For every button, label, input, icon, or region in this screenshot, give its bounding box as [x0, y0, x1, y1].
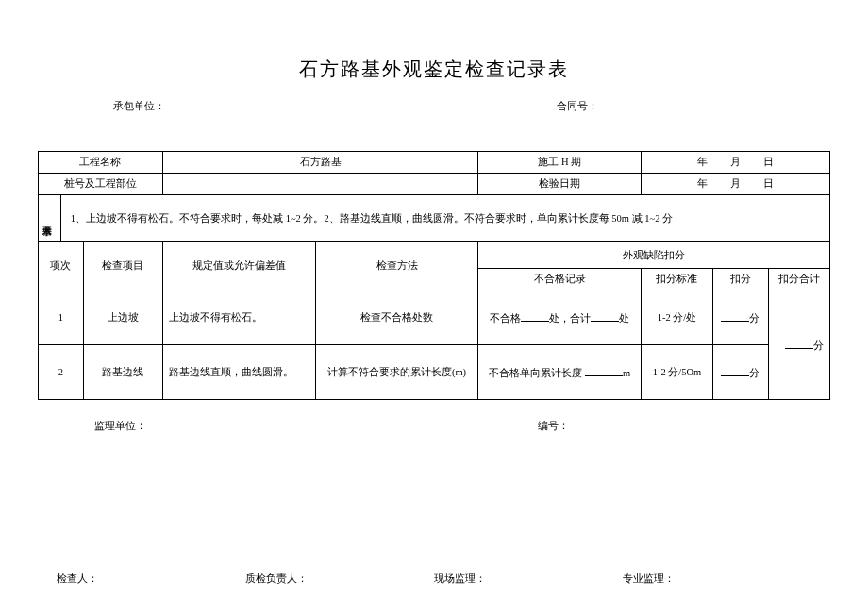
- cell-record: 不合格处，合计处: [478, 290, 642, 345]
- cell-spec: 上边坡不得有松石。: [162, 290, 315, 345]
- supervisor-unit-label: 监理单位：: [94, 419, 330, 433]
- cell-deduct: 分: [712, 345, 768, 400]
- station-value: [162, 174, 478, 195]
- contractor-label: 承包单位：: [113, 99, 311, 113]
- table-row: 1 上边坡 上边坡不得有松石。 检查不合格处数 不合格处，合计处 1-2 分/处…: [39, 290, 830, 345]
- cell-spec: 路基边线直顺，曲线圆滑。: [162, 345, 315, 400]
- footer-line-2: 检查人： 质检负责人： 现场监理： 专业监理：: [38, 572, 830, 586]
- col-spec-value: 规定值或允许偏差值: [162, 242, 315, 290]
- qc-manager-label: 质检负责人：: [245, 572, 434, 586]
- col-item-no: 项次: [39, 242, 84, 290]
- table-row: 工程名称 石方路基 施工 H 期 年月日: [39, 152, 830, 174]
- footer-line-1: 监理单位： 编号：: [38, 419, 830, 433]
- cell-std: 1-2 分/5Om: [642, 345, 713, 400]
- table-row: 2 路基边线 路基边线直顺，曲线圆滑。 计算不符合要求的累计长度(m) 不合格单…: [39, 345, 830, 400]
- requirements-text: 1、上边坡不得有松石。不符合要求时，每处减 1~2 分。2、路基边线直顺，曲线圆…: [60, 195, 829, 242]
- table-header-row: 项次 检查项目 规定值或允许偏差值 检查方法 外观缺陷扣分: [39, 242, 830, 269]
- col-deduct-total: 扣分合计: [769, 269, 830, 290]
- table-row: 桩号及工程部位 检验日期 年月日: [39, 174, 830, 195]
- site-supervisor-label: 现场监理：: [434, 572, 623, 586]
- cell-deduct: 分: [712, 290, 768, 345]
- cell-item: 路基边线: [83, 345, 162, 400]
- requirements-row: 本求基要 1、上边坡不得有松石。不符合要求时，每处减 1~2 分。2、路基边线直…: [39, 195, 830, 242]
- col-noncon-record: 不合格记录: [478, 269, 642, 290]
- inspection-date-label: 检验日期: [478, 174, 642, 195]
- header-line: 承包单位： 合同号：: [38, 99, 830, 113]
- col-defect-group: 外观缺陷扣分: [478, 242, 830, 269]
- construction-period-value: 年月日: [642, 152, 830, 174]
- pro-supervisor-label: 专业监理：: [623, 572, 811, 586]
- inspector-label: 检查人：: [57, 572, 245, 586]
- project-name-value: 石方路基: [162, 152, 478, 174]
- inspection-table: 工程名称 石方路基 施工 H 期 年月日 桩号及工程部位 检验日期 年月日 本求…: [38, 151, 830, 400]
- page-title: 石方路基外观鉴定检查记录表: [38, 57, 830, 82]
- col-check-item: 检查项目: [83, 242, 162, 290]
- cell-item: 上边坡: [83, 290, 162, 345]
- cell-record: 不合格单向累计长度 m: [478, 345, 642, 400]
- inspection-date-value: 年月日: [642, 174, 830, 195]
- contract-no-label: 合同号：: [311, 99, 755, 113]
- col-check-method: 检查方法: [315, 242, 478, 290]
- project-name-label: 工程名称: [39, 152, 163, 174]
- cell-std: 1-2 分/处: [642, 290, 713, 345]
- col-deduct: 扣分: [712, 269, 768, 290]
- cell-no: 2: [39, 345, 84, 400]
- station-label: 桩号及工程部位: [39, 174, 163, 195]
- cell-method: 计算不符合要求的累计长度(m): [315, 345, 478, 400]
- cell-total: 分: [769, 290, 830, 400]
- requirements-label: 本求基要: [39, 195, 61, 242]
- cell-method: 检查不合格处数: [315, 290, 478, 345]
- construction-period-label: 施工 H 期: [478, 152, 642, 174]
- serial-no-label: 编号：: [330, 419, 774, 433]
- col-deduct-std: 扣分标准: [642, 269, 713, 290]
- cell-no: 1: [39, 290, 84, 345]
